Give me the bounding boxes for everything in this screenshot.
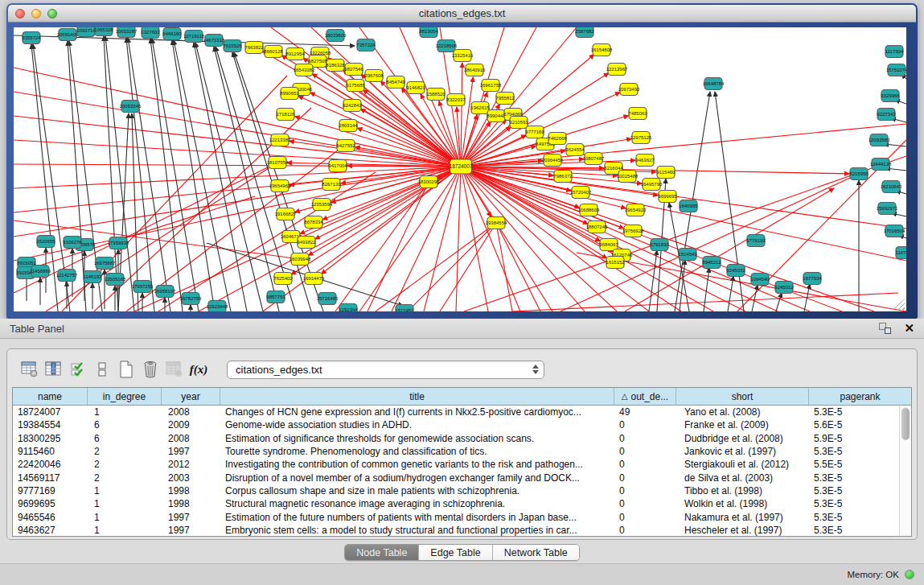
network-node[interactable]: 12213967 bbox=[606, 64, 628, 76]
network-node[interactable]: 9227343 bbox=[877, 109, 896, 121]
column-header-year[interactable]: year bbox=[162, 388, 220, 405]
network-node[interactable]: 9210591 bbox=[509, 117, 528, 129]
network-node[interactable]: 3624554 bbox=[565, 144, 585, 156]
network-node[interactable]: 8215958 bbox=[849, 168, 869, 180]
network-node[interactable]: 20691406 bbox=[57, 29, 79, 41]
network-node[interactable]: 12142757 bbox=[56, 270, 78, 282]
network-node[interactable]: 1327602 bbox=[141, 27, 160, 39]
network-node[interactable]: 6779193 bbox=[746, 235, 766, 247]
select-all-rows-icon[interactable] bbox=[66, 358, 90, 381]
network-node[interactable]: 16914479 bbox=[303, 273, 325, 285]
network-node[interactable]: 19166827 bbox=[275, 208, 297, 220]
network-node[interactable]: 9242843 bbox=[343, 100, 362, 112]
column-header-out_de[interactable]: △out_de... bbox=[614, 388, 676, 405]
network-node[interactable]: 10688609 bbox=[578, 204, 600, 216]
network-node[interactable]: 8813054 bbox=[419, 27, 438, 38]
network-node[interactable]: 17016504 bbox=[884, 225, 906, 237]
network-node[interactable]: 10807487 bbox=[583, 153, 605, 165]
network-node[interactable]: 16154808 bbox=[591, 44, 613, 56]
network-node[interactable]: 8945212 bbox=[702, 257, 721, 269]
network-node[interactable]: 19654963 bbox=[269, 180, 291, 192]
tab-edge-table[interactable]: Edge Table bbox=[419, 545, 492, 560]
network-node[interactable]: 7625402 bbox=[273, 273, 293, 285]
table-row[interactable]: 946362711997Embryonic stem cells: a mode… bbox=[13, 524, 911, 537]
network-canvas[interactable]: 9355724206914062093714106532810653287132… bbox=[14, 27, 906, 311]
network-node[interactable]: 9245012 bbox=[774, 282, 794, 294]
network-node[interactable]: 1167534 bbox=[896, 247, 906, 259]
close-panel-icon[interactable]: ✕ bbox=[904, 323, 914, 334]
network-node[interactable]: 9827546 bbox=[344, 64, 363, 76]
network-node[interactable]: 16648784 bbox=[703, 78, 725, 90]
network-node[interactable]: 6791930 bbox=[650, 239, 669, 251]
table-row[interactable]: 1456911722003Disruption of a novel membe… bbox=[13, 471, 911, 484]
network-node[interactable]: 8267130 bbox=[322, 179, 341, 191]
network-node[interactable]: 11456869 bbox=[30, 266, 51, 278]
network-node[interactable]: 9463627 bbox=[635, 154, 655, 167]
network-node[interactable]: 16782759 bbox=[180, 293, 202, 305]
column-chooser-icon[interactable] bbox=[42, 358, 66, 381]
network-node[interactable]: 12923448 bbox=[207, 301, 228, 312]
column-header-in_degree[interactable]: in_degree bbox=[88, 388, 162, 405]
network-node[interactable]: 7955812 bbox=[495, 93, 515, 105]
network-node[interactable]: 6466160 bbox=[162, 28, 182, 40]
network-node[interactable]: 16039948 bbox=[290, 253, 311, 266]
network-node[interactable]: 9106276 bbox=[63, 237, 82, 249]
network-node[interactable]: 19756928 bbox=[622, 225, 644, 237]
window-titlebar[interactable]: citations_edges.txt bbox=[8, 5, 916, 23]
network-node[interactable]: 10653287 bbox=[116, 27, 138, 38]
network-hub-node[interactable]: 18724007 bbox=[450, 159, 473, 174]
network-node[interactable]: 18807249 bbox=[586, 221, 608, 233]
network-node[interactable]: 2587682 bbox=[575, 27, 594, 38]
network-node[interactable]: 18107554 bbox=[267, 157, 289, 169]
network-node[interactable]: 1588520 bbox=[426, 89, 446, 101]
table-row[interactable]: 1872400712008Changes of HCN gene express… bbox=[13, 406, 911, 418]
network-node[interactable]: 2718126 bbox=[276, 109, 295, 121]
network-node[interactable]: 18640910 bbox=[464, 64, 486, 76]
table-row[interactable]: 911546021997Tourette syndrome. Phenomeno… bbox=[13, 445, 911, 458]
network-node[interactable]: 9115460 bbox=[657, 167, 676, 179]
network-node[interactable]: 12093583 bbox=[869, 134, 890, 146]
delete-table-icon[interactable] bbox=[138, 358, 162, 381]
network-node[interactable]: 10719118 bbox=[183, 31, 205, 43]
float-panel-icon[interactable] bbox=[879, 323, 891, 334]
network-node[interactable]: 8322037 bbox=[446, 94, 466, 106]
network-node[interactable]: 16958107 bbox=[154, 286, 176, 298]
network-node[interactable]: 16961758 bbox=[480, 80, 502, 92]
network-node[interactable]: 7986372 bbox=[553, 171, 573, 183]
column-header-title[interactable]: title bbox=[220, 388, 614, 405]
network-node[interactable]: 9493822 bbox=[297, 237, 316, 249]
network-node[interactable]: 9427552 bbox=[336, 140, 355, 152]
network-node[interactable]: 1145193 bbox=[84, 271, 103, 283]
network-node[interactable]: 17957253 bbox=[132, 281, 154, 293]
network-node[interactable]: 10973493 bbox=[618, 84, 640, 96]
network-node[interactable]: 19384554 bbox=[486, 217, 507, 229]
network-node[interactable]: 15992971 bbox=[877, 203, 898, 215]
network-node[interactable]: 16495790 bbox=[641, 179, 663, 191]
tab-node-table[interactable]: Node Table bbox=[345, 545, 419, 560]
network-node[interactable]: 16210643 bbox=[881, 181, 902, 193]
network-node[interactable]: 2803144 bbox=[339, 120, 358, 132]
table-source-select[interactable]: citations_edges.txt bbox=[227, 360, 544, 379]
network-node[interactable]: 9355724 bbox=[22, 32, 41, 44]
network-node[interactable]: 8678334 bbox=[304, 216, 323, 229]
network-node[interactable]: 1117304 bbox=[885, 46, 904, 58]
network-node[interactable]: 9329966 bbox=[881, 90, 900, 102]
network-node[interactable]: 12975125 bbox=[630, 132, 652, 144]
network-node[interactable]: 13325419 bbox=[452, 50, 474, 62]
network-node[interactable]: 15751074 bbox=[886, 64, 906, 76]
network-node[interactable]: 14671318 bbox=[203, 35, 225, 47]
network-node[interactable]: 15716485 bbox=[317, 293, 339, 305]
network-node[interactable]: 18300295 bbox=[418, 176, 440, 188]
network-node[interactable]: 1615152 bbox=[606, 257, 625, 269]
network-node[interactable]: 12213383 bbox=[269, 134, 291, 146]
network-node[interactable]: 9245032 bbox=[726, 265, 745, 277]
network-node[interactable]: 16543382 bbox=[294, 64, 315, 76]
network-node[interactable]: 9699695 bbox=[658, 191, 677, 203]
network-node[interactable]: 2093714 bbox=[76, 27, 96, 37]
table-row[interactable]: 969969511998Structural magnetic resonanc… bbox=[13, 497, 911, 510]
vertical-scrollbar[interactable] bbox=[899, 406, 911, 536]
row-options-icon[interactable] bbox=[90, 358, 114, 381]
tab-network-table[interactable]: Network Table bbox=[493, 545, 579, 560]
network-node[interactable]: 20364456 bbox=[542, 154, 564, 167]
table-row[interactable]: 1830029562008Estimation of significance … bbox=[13, 432, 911, 445]
